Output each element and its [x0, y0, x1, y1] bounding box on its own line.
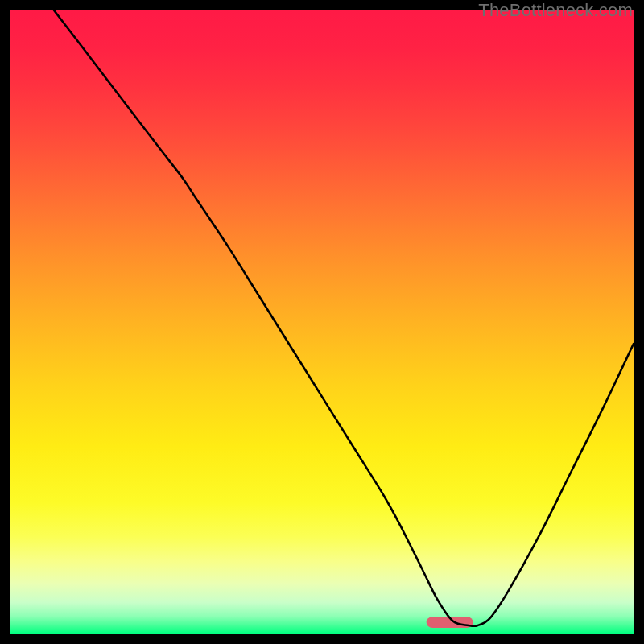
- watermark-text: TheBottleneck.com: [478, 0, 633, 21]
- chart-frame: [10, 10, 634, 634]
- bottleneck-chart: [10, 10, 634, 634]
- gradient-background: [10, 10, 634, 634]
